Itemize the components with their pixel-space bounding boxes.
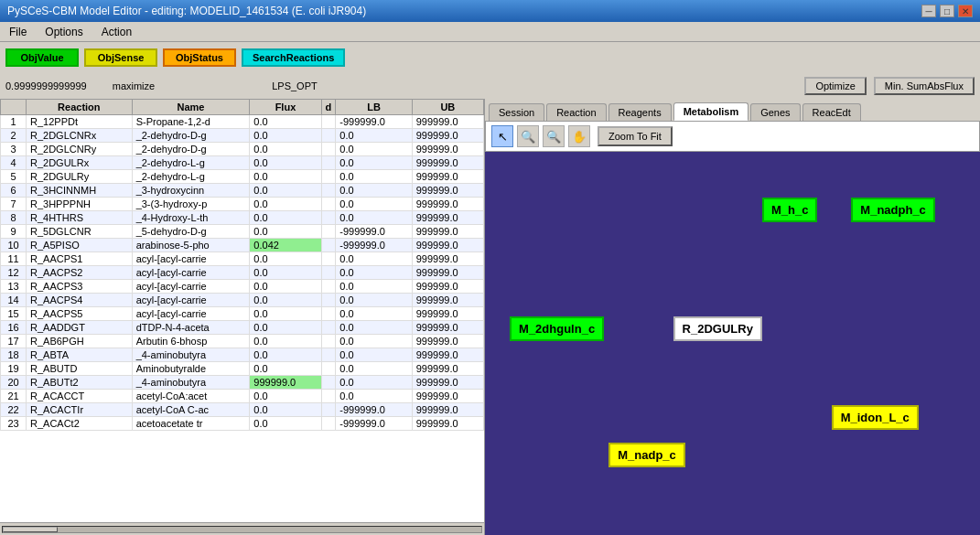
cell-flux[interactable]: 999999.0 <box>250 376 321 390</box>
searchreactions-button[interactable]: SearchReactions <box>242 48 345 67</box>
horizontal-scrollbar[interactable] <box>0 522 484 535</box>
zoom-in-button[interactable]: 🔍 <box>517 125 539 147</box>
menu-file[interactable]: File <box>4 24 32 40</box>
col-name[interactable]: Name <box>132 100 250 115</box>
cell-reaction[interactable]: R_A5PISO <box>27 239 133 252</box>
table-row[interactable]: 20 R_ABUTt2 _4-aminobutyra 999999.0 0.0 … <box>1 376 484 390</box>
objstatus-button[interactable]: ObjStatus <box>163 48 236 67</box>
cell-flux[interactable]: 0.0 <box>250 225 321 239</box>
cell-flux[interactable]: 0.0 <box>250 403 321 417</box>
table-row[interactable]: 23 R_ACACt2 acetoacetate tr 0.0 -999999.… <box>1 417 484 431</box>
cell-flux[interactable]: 0.0 <box>250 266 321 280</box>
table-row[interactable]: 2 R_2DGLCNRx _2-dehydro-D-g 0.0 0.0 9999… <box>1 129 484 143</box>
table-row[interactable]: 4 R_2DGULRx _2-dehydro-L-g 0.0 0.0 99999… <box>1 156 484 170</box>
cell-reaction[interactable]: R_2DGLCNRy <box>27 143 133 156</box>
cell-reaction[interactable]: R_2DGULRy <box>27 170 133 184</box>
col-flux[interactable]: Flux <box>250 100 321 115</box>
table-row[interactable]: 16 R_AADDGT dTDP-N-4-aceta 0.0 0.0 99999… <box>1 321 484 335</box>
cell-reaction[interactable]: R_AACPS1 <box>27 252 133 266</box>
cell-reaction[interactable]: R_3HPPPNH <box>27 198 133 211</box>
table-row[interactable]: 1 R_12PPDt S-Propane-1,2-d 0.0 -999999.0… <box>1 115 484 129</box>
table-row[interactable]: 22 R_ACACTIr acetyl-CoA C-ac 0.0 -999999… <box>1 403 484 417</box>
cell-flux[interactable]: 0.0 <box>250 198 321 211</box>
cell-reaction[interactable]: R_ABTA <box>27 348 133 362</box>
cell-reaction[interactable]: R_AACPS3 <box>27 280 133 294</box>
tab-reacedt[interactable]: ReacEdt <box>802 103 861 121</box>
select-tool-button[interactable]: ↖ <box>491 125 513 147</box>
close-button[interactable]: ✕ <box>958 5 973 17</box>
cell-reaction[interactable]: R_ACACt2 <box>27 417 133 431</box>
col-d[interactable]: d <box>321 100 336 115</box>
cell-reaction[interactable]: R_ACACCT <box>27 390 133 403</box>
cell-flux[interactable]: 0.0 <box>250 390 321 403</box>
cell-reaction[interactable]: R_AB6PGH <box>27 335 133 348</box>
table-row[interactable]: 19 R_ABUTD Aminobutyralde 0.0 0.0 999999… <box>1 362 484 376</box>
optimize-button[interactable]: Optimize <box>804 77 866 95</box>
cell-flux[interactable]: 0.0 <box>250 156 321 170</box>
tab-reagents[interactable]: Reagents <box>608 103 672 121</box>
cell-reaction[interactable]: R_3HCINNMH <box>27 184 133 198</box>
tab-reaction[interactable]: Reaction <box>546 103 606 121</box>
table-row[interactable]: 6 R_3HCINNMH _3-hydroxycinn 0.0 0.0 9999… <box>1 184 484 198</box>
cell-flux[interactable]: 0.0 <box>250 348 321 362</box>
canvas-node-m_nadp_c[interactable]: M_nadp_c <box>608 443 685 467</box>
tab-session[interactable]: Session <box>489 103 544 121</box>
min-sumabsflux-button[interactable]: Min. SumAbsFlux <box>874 77 975 95</box>
table-row[interactable]: 10 R_A5PISO arabinose-5-pho 0.042 -99999… <box>1 239 484 252</box>
cell-reaction[interactable]: R_ACACTIr <box>27 403 133 417</box>
cell-reaction[interactable]: R_4HTHRS <box>27 211 133 225</box>
cell-flux[interactable]: 0.0 <box>250 294 321 307</box>
canvas-node-m_2dhguln_c[interactable]: M_2dhguln_c <box>510 316 604 341</box>
cell-reaction[interactable]: R_ABUTD <box>27 362 133 376</box>
cell-flux[interactable]: 0.0 <box>250 321 321 335</box>
table-row[interactable]: 21 R_ACACCT acetyl-CoA:acet 0.0 0.0 9999… <box>1 390 484 403</box>
cell-flux[interactable]: 0.0 <box>250 170 321 184</box>
table-row[interactable]: 11 R_AACPS1 acyl-[acyl-carrie 0.0 0.0 99… <box>1 252 484 266</box>
objvalue-button[interactable]: ObjValue <box>5 48 79 67</box>
cell-flux[interactable]: 0.0 <box>250 335 321 348</box>
table-row[interactable]: 13 R_AACPS3 acyl-[acyl-carrie 0.0 0.0 99… <box>1 280 484 294</box>
scrollbar-track[interactable] <box>2 526 482 533</box>
canvas-node-m_nadph_c[interactable]: M_nadph_c <box>851 198 935 222</box>
zoom-fit-button[interactable]: Zoom To Fit <box>598 126 673 146</box>
table-row[interactable]: 9 R_5DGLCNR _5-dehydro-D-g 0.0 -999999.0… <box>1 225 484 239</box>
cell-reaction[interactable]: R_AACPS4 <box>27 294 133 307</box>
scrollbar-thumb[interactable] <box>3 527 58 532</box>
cell-flux[interactable]: 0.0 <box>250 417 321 431</box>
cell-reaction[interactable]: R_AADDGT <box>27 321 133 335</box>
table-row[interactable]: 12 R_AACPS2 acyl-[acyl-carrie 0.0 0.0 99… <box>1 266 484 280</box>
col-reaction[interactable]: Reaction <box>27 100 133 115</box>
canvas-node-m_h_c[interactable]: M_h_c <box>762 198 817 222</box>
table-row[interactable]: 5 R_2DGULRy _2-dehydro-L-g 0.0 0.0 99999… <box>1 170 484 184</box>
cell-flux[interactable]: 0.0 <box>250 252 321 266</box>
tab-metabolism[interactable]: Metabolism <box>673 102 749 121</box>
cell-flux[interactable]: 0.0 <box>250 129 321 143</box>
cell-flux[interactable]: 0.0 <box>250 307 321 321</box>
table-row[interactable]: 3 R_2DGLCNRy _2-dehydro-D-g 0.0 0.0 9999… <box>1 143 484 156</box>
table-row[interactable]: 7 R_3HPPPNH _3-(3-hydroxy-p 0.0 0.0 9999… <box>1 198 484 211</box>
table-row[interactable]: 8 R_4HTHRS _4-Hydroxy-L-th 0.0 0.0 99999… <box>1 211 484 225</box>
pan-tool-button[interactable]: ✋ <box>568 125 590 147</box>
table-row[interactable]: 17 R_AB6PGH Arbutin 6-bhosp 0.0 0.0 9999… <box>1 335 484 348</box>
objsense-button[interactable]: ObjSense <box>84 48 157 67</box>
cell-flux[interactable]: 0.0 <box>250 115 321 129</box>
canvas-node-m_idon_l_c[interactable]: M_idon_L_c <box>832 405 919 430</box>
minimize-button[interactable]: ─ <box>921 5 936 17</box>
cell-reaction[interactable]: R_AACPS5 <box>27 307 133 321</box>
cell-reaction[interactable]: R_5DGLCNR <box>27 225 133 239</box>
zoom-out-button[interactable]: 🔍─ <box>543 125 565 147</box>
canvas-node-r_2dgulry[interactable]: R_2DGULRy <box>673 316 762 341</box>
cell-reaction[interactable]: R_AACPS2 <box>27 266 133 280</box>
menu-action[interactable]: Action <box>96 24 137 40</box>
col-ub[interactable]: UB <box>412 100 483 115</box>
tab-genes[interactable]: Genes <box>750 103 800 121</box>
cell-reaction[interactable]: R_2DGULRx <box>27 156 133 170</box>
cell-flux[interactable]: 0.0 <box>250 184 321 198</box>
col-lb[interactable]: LB <box>336 100 412 115</box>
maximize-button[interactable]: □ <box>940 5 954 17</box>
cell-reaction[interactable]: R_2DGLCNRx <box>27 129 133 143</box>
cell-flux[interactable]: 0.0 <box>250 211 321 225</box>
cell-flux[interactable]: 0.042 <box>250 239 321 252</box>
cell-flux[interactable]: 0.0 <box>250 280 321 294</box>
menu-options[interactable]: Options <box>39 24 88 40</box>
